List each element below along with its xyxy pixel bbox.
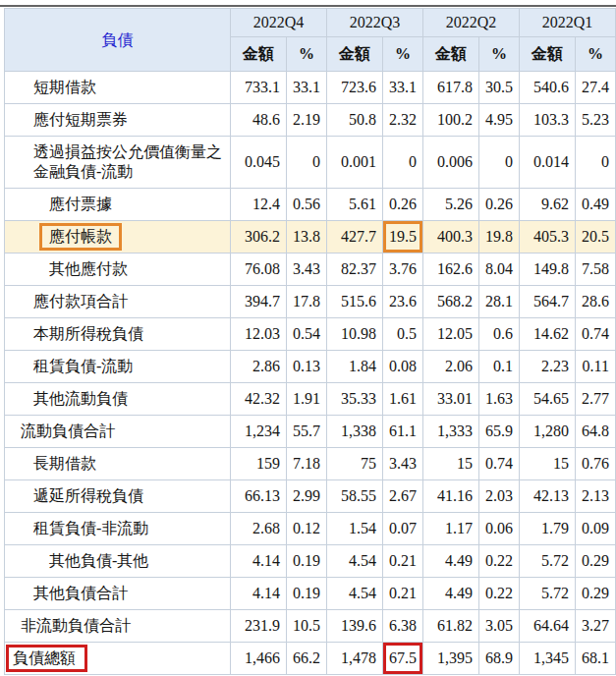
value-cell: 42.32 (231, 383, 287, 416)
value-cell: 1,333 (423, 416, 479, 448)
value-cell: 162.6 (423, 254, 479, 286)
table-row: 透過損益按公允價值衡量之金融負債-流動0.04500.00100.00600.0… (5, 137, 616, 189)
value-cell: 4.49 (423, 578, 479, 610)
value-cell: 0.56 (287, 189, 327, 221)
row-label-cell: 短期借款 (5, 72, 231, 104)
value-cell: 68.1 (576, 643, 616, 675)
value-cell: 0.22 (479, 545, 520, 578)
value-cell: 75 (327, 448, 383, 480)
value-cell: 12.03 (231, 318, 287, 351)
value-cell: 2.77 (576, 383, 616, 416)
value-cell: 13.8 (287, 221, 327, 254)
value-cell: 0.045 (231, 137, 287, 189)
value-cell: 0.19 (287, 545, 327, 578)
row-label: 短期借款 (5, 78, 96, 97)
value-cell: 20.5 (576, 221, 616, 254)
value-cell: 5.23 (576, 104, 616, 137)
value-cell: 4.49 (423, 545, 479, 578)
value-cell: 66.13 (231, 480, 287, 513)
value-cell: 0 (479, 137, 520, 189)
amount-subheader: 金額 (423, 37, 479, 72)
value-cell: 42.13 (520, 480, 576, 513)
value-cell: 15 (520, 448, 576, 480)
value-cell: 48.6 (231, 104, 287, 137)
value-cell: 82.37 (327, 254, 383, 286)
value-cell: 1.84 (327, 351, 383, 383)
value-cell: 0.49 (576, 189, 616, 221)
row-label-cell: 其他應付款 (5, 254, 231, 286)
value-cell: 12.05 (423, 318, 479, 351)
value-cell: 427.7 (327, 221, 383, 254)
value-cell: 61.82 (423, 610, 479, 643)
row-label: 本期所得稅負債 (5, 324, 143, 344)
row-label: 其他應付款 (5, 259, 128, 279)
value-cell: 5.26 (423, 189, 479, 221)
percent-subheader: % (383, 37, 423, 72)
table-row: 長期借款1597.18753.43150.74150.76 (5, 448, 616, 480)
table-row: 非流動負債合計231.910.5139.66.3861.823.0564.643… (5, 610, 616, 643)
value-cell: 1,466 (231, 643, 287, 675)
value-cell: 3.43 (287, 254, 327, 286)
value-cell: 100.2 (423, 104, 479, 137)
row-label-cell: 應付帳款 (5, 221, 231, 254)
table-row: 負債總額1,46666.21,47867.51,39568.91,34568.1 (5, 643, 616, 675)
value-cell: 9.62 (520, 189, 576, 221)
value-cell: 2.23 (520, 351, 576, 383)
value-cell: 306.2 (231, 221, 287, 254)
value-cell: 58.55 (327, 480, 383, 513)
value-cell: 2.13 (576, 480, 616, 513)
quarter-header-2022q4: 2022Q4 (231, 9, 327, 37)
row-label-cell: 非流動負債合計 (5, 610, 231, 643)
value-cell: 12.4 (231, 189, 287, 221)
value-cell: 61.1 (383, 416, 423, 448)
table-row: 本期所得稅負債12.030.5410.980.512.050.614.620.7… (5, 318, 616, 351)
value-cell: 0.29 (576, 545, 616, 578)
value-cell: 4.54 (327, 578, 383, 610)
value-cell: 723.6 (327, 72, 383, 104)
row-label: 其他流動負債 (5, 389, 128, 409)
value-cell: 0 (287, 137, 327, 189)
row-label: 流動負債合計 (5, 422, 115, 441)
value-cell: 1.79 (520, 513, 576, 545)
value-cell: 7.58 (576, 254, 616, 286)
quarter-header-2022q1: 2022Q1 (520, 9, 616, 37)
value-cell: 1,345 (520, 643, 576, 675)
table-row: 租賃負債-非流動2.680.121.540.071.170.061.790.09 (5, 513, 616, 545)
row-label-cell: 本期所得稅負債 (5, 318, 231, 351)
value-cell: 54.65 (520, 383, 576, 416)
row-label-cell: 應付款項合計 (5, 286, 231, 318)
table-row: 其他負債合計4.140.194.540.214.490.225.720.29 (5, 578, 616, 610)
value-cell: 1.91 (287, 383, 327, 416)
value-cell: 0.07 (383, 513, 423, 545)
value-cell: 400.3 (423, 221, 479, 254)
percent-subheader: % (576, 37, 616, 72)
table-row: 應付短期票券48.62.1950.82.32100.24.95103.35.23 (5, 104, 616, 137)
liabilities-table: 負債 2022Q4 2022Q3 2022Q2 2022Q1 金額 % 金額 %… (4, 8, 616, 675)
value-cell: 0.6 (479, 318, 520, 351)
value-cell: 64.64 (520, 610, 576, 643)
value-cell: 139.6 (327, 610, 383, 643)
value-cell: 33.1 (287, 72, 327, 104)
row-label-cell: 應付票據 (5, 189, 231, 221)
value-cell: 0.001 (327, 137, 383, 189)
value-cell: 3.43 (383, 448, 423, 480)
value-cell: 540.6 (520, 72, 576, 104)
value-cell: 33.01 (423, 383, 479, 416)
row-label-cell: 其他流動負債 (5, 383, 231, 416)
value-cell: 30.5 (479, 72, 520, 104)
value-cell: 65.9 (479, 416, 520, 448)
table-row: 流動負債合計1,23455.71,33861.11,33365.91,28064… (5, 416, 616, 448)
value-cell: 14.62 (520, 318, 576, 351)
value-cell: 617.8 (423, 72, 479, 104)
value-cell: 0.29 (576, 578, 616, 610)
value-cell-annotated: 19.5 (383, 221, 423, 254)
row-label: 應付票據 (5, 195, 112, 214)
value-cell: 0.22 (479, 578, 520, 610)
value-cell: 2.32 (383, 104, 423, 137)
table-row: 應付票據12.40.565.610.265.260.269.620.49 (5, 189, 616, 221)
liabilities-corner-label[interactable]: 負債 (5, 9, 231, 72)
row-label-cell: 透過損益按公允價值衡量之金融負債-流動 (5, 137, 231, 189)
value-cell: 405.3 (520, 221, 576, 254)
value-cell: 149.8 (520, 254, 576, 286)
table-row: 遞延所得稅負債66.132.9958.552.6741.162.0342.132… (5, 480, 616, 513)
